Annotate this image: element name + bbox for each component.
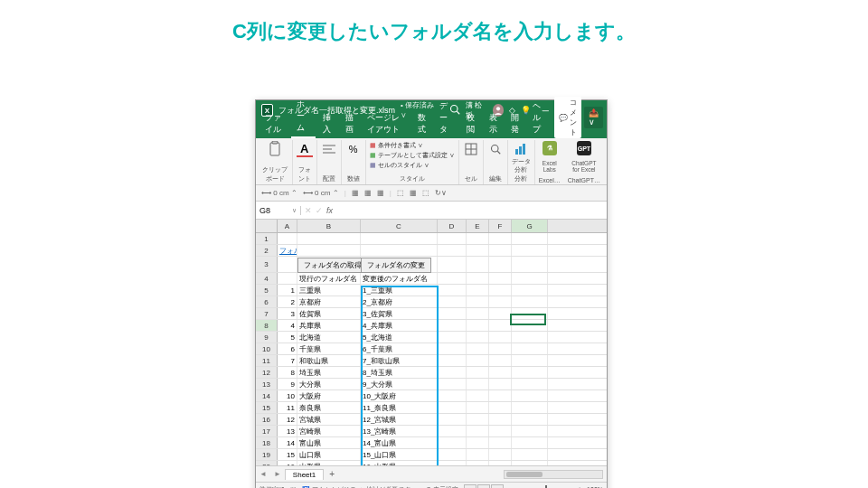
cell[interactable]	[467, 355, 489, 366]
cell-styles-button[interactable]: ▦セルのスタイル ∨	[370, 161, 455, 170]
cell[interactable]	[489, 402, 512, 413]
ribbon-group-alignment[interactable]: 配置	[317, 140, 342, 184]
cell[interactable]: 2_京都府	[361, 296, 438, 307]
header-new[interactable]: 変更後のフォルダ名	[361, 273, 438, 284]
cell[interactable]: 9_大分県	[361, 379, 438, 389]
cell[interactable]: 埼玉県	[297, 367, 361, 378]
cell[interactable]: 宮城県	[297, 414, 361, 425]
name-box[interactable]: G8∨	[256, 206, 301, 215]
col-header-e[interactable]: E	[467, 220, 489, 232]
cell[interactable]	[467, 296, 489, 307]
cell[interactable]: 6_千葉県	[361, 343, 438, 354]
cell[interactable]: 7	[278, 355, 297, 366]
cell[interactable]	[489, 285, 512, 296]
cell[interactable]	[467, 343, 489, 354]
row-header[interactable]: 8	[256, 320, 278, 331]
cell[interactable]: 8	[278, 367, 297, 378]
cell[interactable]	[467, 379, 489, 389]
sheet-nav-next[interactable]: ►	[270, 470, 285, 478]
folder-link[interactable]: フォルダ	[279, 247, 297, 255]
row-header[interactable]: 6	[256, 296, 278, 307]
cell[interactable]	[489, 426, 512, 436]
select-all-corner[interactable]	[256, 220, 278, 232]
cell[interactable]	[489, 343, 512, 354]
cell[interactable]: 兵庫県	[297, 320, 361, 331]
cell[interactable]: 三重県	[297, 285, 361, 296]
tab-view[interactable]: 表示	[484, 110, 504, 138]
cell[interactable]	[467, 332, 489, 343]
tab-help[interactable]: ヘルプ	[527, 99, 552, 138]
cell[interactable]	[512, 308, 548, 319]
col-header-f[interactable]: F	[489, 220, 512, 232]
cell[interactable]: 12	[278, 414, 297, 425]
cell[interactable]: 9	[278, 379, 297, 389]
cell[interactable]	[512, 343, 548, 354]
horizontal-scrollbar[interactable]	[504, 470, 603, 479]
cell[interactable]	[467, 414, 489, 425]
row-header[interactable]: 9	[256, 332, 278, 343]
cell[interactable]: 4_兵庫県	[361, 320, 438, 331]
cell[interactable]: 佐賀県	[297, 308, 361, 319]
qat-btn1[interactable]: ▦	[352, 189, 359, 197]
qat-width[interactable]: ⟷ 0 cm ⌃	[261, 189, 297, 197]
cell[interactable]: 奈良県	[297, 402, 361, 413]
cell[interactable]	[512, 449, 548, 460]
row-header[interactable]: 12	[256, 367, 278, 378]
ribbon-group-clipboard[interactable]: クリップボード	[259, 140, 293, 184]
cell[interactable]	[438, 308, 467, 319]
add-sheet-button[interactable]: +	[324, 469, 340, 479]
share-button[interactable]: 📤∨	[584, 107, 603, 128]
cell[interactable]	[489, 461, 512, 465]
cell[interactable]: 大分県	[297, 379, 361, 389]
row-header[interactable]: 16	[256, 414, 278, 425]
cell[interactable]	[438, 367, 467, 378]
cell[interactable]	[489, 296, 512, 307]
tab-draw[interactable]: 描画	[340, 110, 360, 138]
cell[interactable]: 京都府	[297, 296, 361, 307]
cell[interactable]	[489, 308, 512, 319]
qat-btn3[interactable]: ▦	[377, 189, 384, 197]
sheet-nav-prev[interactable]: ◄	[256, 470, 270, 478]
cell[interactable]	[512, 437, 548, 448]
cell[interactable]	[438, 461, 467, 465]
cell[interactable]: 13	[278, 426, 297, 436]
cell[interactable]: 4	[278, 320, 297, 331]
qat-btn2[interactable]: ▦	[364, 189, 372, 197]
cell[interactable]	[438, 390, 467, 401]
cell[interactable]	[438, 332, 467, 343]
qat-btn4[interactable]: ⬚	[397, 189, 404, 197]
cell[interactable]: 7_和歌山県	[361, 355, 438, 366]
cell[interactable]	[438, 402, 467, 413]
enter-icon[interactable]: ✓	[316, 206, 323, 215]
cell[interactable]: 11	[278, 402, 297, 413]
cell[interactable]	[512, 332, 548, 343]
view-pagebreak[interactable]	[491, 484, 504, 489]
row-header[interactable]: 13	[256, 379, 278, 389]
cell[interactable]: 10	[278, 390, 297, 401]
cell[interactable]	[438, 414, 467, 425]
cell[interactable]	[512, 355, 548, 366]
cell[interactable]	[467, 426, 489, 436]
cell[interactable]: 5	[278, 332, 297, 343]
cell[interactable]	[489, 379, 512, 389]
qat-height[interactable]: ⟷ 0 cm ⌃	[303, 189, 339, 197]
cell[interactable]	[512, 296, 548, 307]
cell[interactable]	[467, 449, 489, 460]
autosave-status[interactable]: • 保存済み ∨	[401, 100, 439, 120]
row-header[interactable]: 15	[256, 402, 278, 413]
cell[interactable]: 8_埼玉県	[361, 367, 438, 378]
cell[interactable]: 11_奈良県	[361, 402, 438, 413]
cell[interactable]	[438, 355, 467, 366]
sheet-tab-1[interactable]: Sheet1	[285, 469, 324, 480]
cell[interactable]	[467, 320, 489, 331]
tab-home[interactable]: ホーム	[291, 97, 316, 138]
cell[interactable]: 14	[278, 437, 297, 448]
cell[interactable]: 16_山形県	[361, 461, 438, 465]
cell[interactable]	[438, 449, 467, 460]
cell[interactable]	[512, 379, 548, 389]
change-folder-names-button[interactable]: フォルダ名の変更	[361, 258, 431, 273]
cell[interactable]: 山形県	[297, 461, 361, 465]
tab-insert[interactable]: 挿入	[317, 110, 337, 138]
cell[interactable]	[512, 367, 548, 378]
cell[interactable]	[489, 355, 512, 366]
